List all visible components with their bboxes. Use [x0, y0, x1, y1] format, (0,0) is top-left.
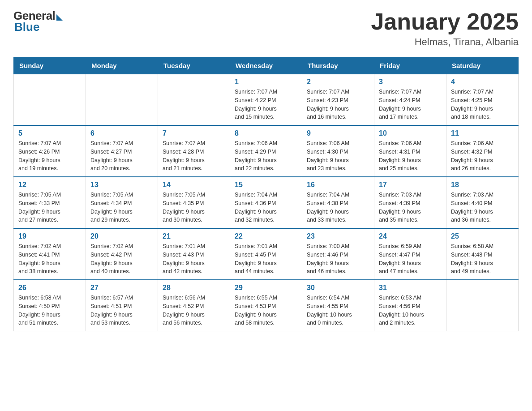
table-row: 25Sunrise: 6:58 AM Sunset: 4:48 PM Dayli…: [446, 228, 519, 280]
day-number: 19: [18, 232, 81, 240]
day-info: Sunrise: 7:05 AM Sunset: 4:33 PM Dayligh…: [18, 191, 81, 224]
table-row: 19Sunrise: 7:02 AM Sunset: 4:41 PM Dayli…: [14, 228, 86, 280]
day-number: 5: [18, 129, 81, 137]
day-info: Sunrise: 7:05 AM Sunset: 4:34 PM Dayligh…: [90, 191, 153, 224]
table-row: 6Sunrise: 7:07 AM Sunset: 4:27 PM Daylig…: [86, 125, 158, 177]
col-sunday: Sunday: [14, 57, 86, 74]
table-row: 4Sunrise: 7:07 AM Sunset: 4:25 PM Daylig…: [446, 74, 519, 126]
day-info: Sunrise: 7:07 AM Sunset: 4:24 PM Dayligh…: [379, 88, 442, 121]
title-section: January 2025 Helmas, Tirana, Albania: [371, 9, 519, 48]
table-row: 18Sunrise: 7:03 AM Sunset: 4:40 PM Dayli…: [446, 177, 519, 228]
table-row: 7Sunrise: 7:07 AM Sunset: 4:28 PM Daylig…: [158, 125, 230, 177]
day-number: 25: [451, 232, 514, 240]
table-row: 30Sunrise: 6:54 AM Sunset: 4:55 PM Dayli…: [302, 280, 374, 331]
table-row: [446, 280, 519, 331]
col-tuesday: Tuesday: [158, 57, 230, 74]
day-number: 20: [90, 232, 153, 240]
day-number: 30: [307, 284, 369, 292]
table-row: 11Sunrise: 7:06 AM Sunset: 4:32 PM Dayli…: [446, 125, 519, 177]
calendar-header-row: Sunday Monday Tuesday Wednesday Thursday…: [14, 57, 519, 74]
day-info: Sunrise: 7:07 AM Sunset: 4:27 PM Dayligh…: [90, 139, 153, 173]
table-row: 31Sunrise: 6:53 AM Sunset: 4:56 PM Dayli…: [374, 280, 446, 331]
table-row: 22Sunrise: 7:01 AM Sunset: 4:45 PM Dayli…: [230, 228, 302, 280]
day-number: 13: [90, 181, 153, 189]
calendar-week-row: 12Sunrise: 7:05 AM Sunset: 4:33 PM Dayli…: [14, 177, 519, 228]
calendar-week-row: 5Sunrise: 7:07 AM Sunset: 4:26 PM Daylig…: [14, 125, 519, 177]
table-row: 16Sunrise: 7:04 AM Sunset: 4:38 PM Dayli…: [302, 177, 374, 228]
day-info: Sunrise: 6:58 AM Sunset: 4:50 PM Dayligh…: [18, 294, 81, 327]
day-number: 11: [451, 129, 514, 137]
table-row: 28Sunrise: 6:56 AM Sunset: 4:52 PM Dayli…: [158, 280, 230, 331]
day-number: 15: [235, 181, 297, 189]
table-row: 3Sunrise: 7:07 AM Sunset: 4:24 PM Daylig…: [374, 74, 446, 126]
day-number: 6: [90, 129, 153, 137]
day-number: 26: [18, 284, 81, 292]
table-row: 17Sunrise: 7:03 AM Sunset: 4:39 PM Dayli…: [374, 177, 446, 228]
table-row: 12Sunrise: 7:05 AM Sunset: 4:33 PM Dayli…: [14, 177, 86, 228]
day-number: 4: [451, 78, 514, 86]
table-row: 15Sunrise: 7:04 AM Sunset: 4:36 PM Dayli…: [230, 177, 302, 228]
day-number: 22: [235, 232, 297, 240]
logo-blue-text: Blue: [14, 20, 39, 34]
day-info: Sunrise: 7:04 AM Sunset: 4:36 PM Dayligh…: [235, 191, 297, 224]
day-number: 14: [163, 181, 225, 189]
table-row: 14Sunrise: 7:05 AM Sunset: 4:35 PM Dayli…: [158, 177, 230, 228]
day-number: 9: [307, 129, 369, 137]
day-info: Sunrise: 7:07 AM Sunset: 4:22 PM Dayligh…: [235, 88, 297, 121]
table-row: 27Sunrise: 6:57 AM Sunset: 4:51 PM Dayli…: [86, 280, 158, 331]
day-info: Sunrise: 7:06 AM Sunset: 4:30 PM Dayligh…: [307, 139, 369, 173]
calendar-week-row: 1Sunrise: 7:07 AM Sunset: 4:22 PM Daylig…: [14, 74, 519, 126]
day-info: Sunrise: 7:05 AM Sunset: 4:35 PM Dayligh…: [163, 191, 225, 224]
col-monday: Monday: [86, 57, 158, 74]
day-info: Sunrise: 7:02 AM Sunset: 4:41 PM Dayligh…: [18, 242, 81, 276]
day-number: 23: [307, 232, 369, 240]
day-info: Sunrise: 7:07 AM Sunset: 4:23 PM Dayligh…: [307, 88, 369, 121]
location-label: Helmas, Tirana, Albania: [371, 36, 519, 48]
day-number: 1: [235, 78, 297, 86]
day-number: 27: [90, 284, 153, 292]
day-info: Sunrise: 7:06 AM Sunset: 4:31 PM Dayligh…: [379, 139, 442, 173]
table-row: [158, 74, 230, 126]
day-info: Sunrise: 6:54 AM Sunset: 4:55 PM Dayligh…: [307, 294, 369, 327]
page-header: General Blue January 2025 Helmas, Tirana…: [13, 9, 519, 48]
day-info: Sunrise: 7:06 AM Sunset: 4:32 PM Dayligh…: [451, 139, 514, 173]
col-friday: Friday: [374, 57, 446, 74]
day-number: 24: [379, 232, 442, 240]
day-info: Sunrise: 7:04 AM Sunset: 4:38 PM Dayligh…: [307, 191, 369, 224]
day-info: Sunrise: 7:01 AM Sunset: 4:43 PM Dayligh…: [163, 242, 225, 276]
logo-arrow-icon: [56, 14, 63, 21]
day-info: Sunrise: 7:07 AM Sunset: 4:28 PM Dayligh…: [163, 139, 225, 173]
day-number: 31: [379, 284, 442, 292]
day-number: 3: [379, 78, 442, 86]
table-row: 2Sunrise: 7:07 AM Sunset: 4:23 PM Daylig…: [302, 74, 374, 126]
day-number: 17: [379, 181, 442, 189]
day-info: Sunrise: 7:01 AM Sunset: 4:45 PM Dayligh…: [235, 242, 297, 276]
table-row: [14, 74, 86, 126]
table-row: 5Sunrise: 7:07 AM Sunset: 4:26 PM Daylig…: [14, 125, 86, 177]
day-info: Sunrise: 7:07 AM Sunset: 4:25 PM Dayligh…: [451, 88, 514, 121]
table-row: 8Sunrise: 7:06 AM Sunset: 4:29 PM Daylig…: [230, 125, 302, 177]
day-number: 18: [451, 181, 514, 189]
table-row: 26Sunrise: 6:58 AM Sunset: 4:50 PM Dayli…: [14, 280, 86, 331]
day-info: Sunrise: 7:03 AM Sunset: 4:40 PM Dayligh…: [451, 191, 514, 224]
day-number: 21: [163, 232, 225, 240]
col-thursday: Thursday: [302, 57, 374, 74]
day-info: Sunrise: 7:02 AM Sunset: 4:42 PM Dayligh…: [90, 242, 153, 276]
col-wednesday: Wednesday: [230, 57, 302, 74]
day-info: Sunrise: 6:56 AM Sunset: 4:52 PM Dayligh…: [163, 294, 225, 327]
day-info: Sunrise: 6:53 AM Sunset: 4:56 PM Dayligh…: [379, 294, 442, 327]
table-row: 24Sunrise: 6:59 AM Sunset: 4:47 PM Dayli…: [374, 228, 446, 280]
day-info: Sunrise: 6:58 AM Sunset: 4:48 PM Dayligh…: [451, 242, 514, 276]
day-info: Sunrise: 6:55 AM Sunset: 4:53 PM Dayligh…: [235, 294, 297, 327]
day-info: Sunrise: 7:06 AM Sunset: 4:29 PM Dayligh…: [235, 139, 297, 173]
table-row: 20Sunrise: 7:02 AM Sunset: 4:42 PM Dayli…: [86, 228, 158, 280]
table-row: 13Sunrise: 7:05 AM Sunset: 4:34 PM Dayli…: [86, 177, 158, 228]
day-number: 16: [307, 181, 369, 189]
table-row: 29Sunrise: 6:55 AM Sunset: 4:53 PM Dayli…: [230, 280, 302, 331]
col-saturday: Saturday: [446, 57, 519, 74]
day-info: Sunrise: 7:07 AM Sunset: 4:26 PM Dayligh…: [18, 139, 81, 173]
table-row: 21Sunrise: 7:01 AM Sunset: 4:43 PM Dayli…: [158, 228, 230, 280]
table-row: 23Sunrise: 7:00 AM Sunset: 4:46 PM Dayli…: [302, 228, 374, 280]
day-number: 28: [163, 284, 225, 292]
month-title: January 2025: [371, 9, 519, 34]
